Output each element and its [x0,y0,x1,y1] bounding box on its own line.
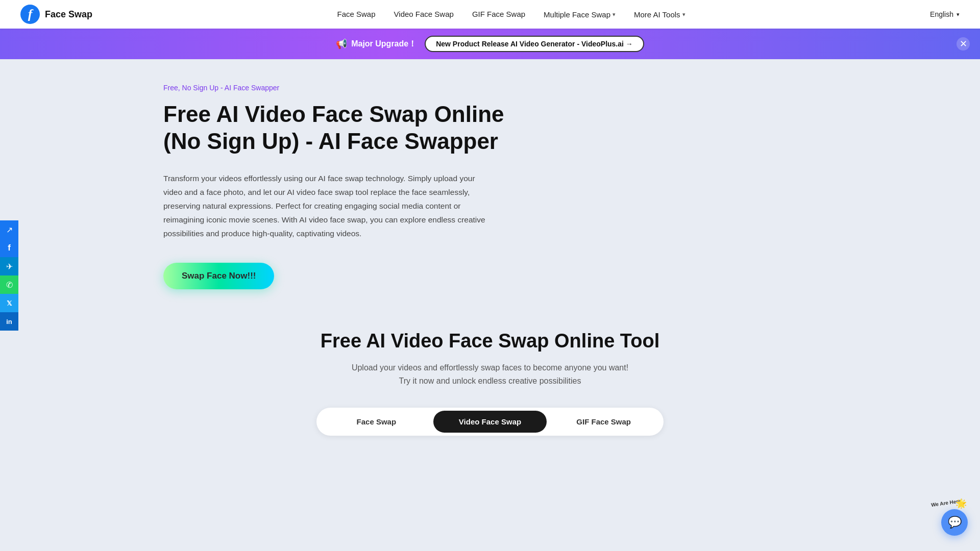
hero-title: Free AI Video Face Swap Online (No Sign … [163,101,510,155]
megaphone-icon: 📢 [336,38,347,49]
linkedin-button[interactable]: in [0,312,18,331]
chat-widget: We Are Here! 🌟 💬 [941,509,968,536]
tool-subtitle: Upload your videos and effortlessly swap… [347,361,633,387]
tab-video-face-swap[interactable]: Video Face Swap [433,411,547,433]
breadcrumb: Free, No Sign Up - AI Face Swapper [163,84,817,92]
nav-multiple-face-swap[interactable]: Multiple Face Swap ▾ [544,10,616,19]
tab-face-swap[interactable]: Face Swap [320,411,433,433]
social-sidebar: ↗ f ✈ ✆ 𝕏 in [0,220,18,331]
nav-face-swap[interactable]: Face Swap [337,10,376,18]
chat-icon: 💬 [948,516,962,529]
facebook-button[interactable]: f [0,239,18,257]
nav-links: Face Swap Video Face Swap GIF Face Swap … [337,10,685,19]
share-button[interactable]: ↗ [0,220,18,239]
site-logo[interactable]: f Face Swap [20,5,92,24]
chevron-down-icon: ▾ [612,11,616,18]
chat-open-button[interactable]: 💬 [941,509,968,536]
language-selector[interactable]: English ▾ [930,10,960,18]
tool-section: Free AI Video Face Swap Online Tool Uplo… [163,330,817,436]
logo-icon: f [20,5,40,24]
tool-title: Free AI Video Face Swap Online Tool [163,330,817,352]
language-chevron-icon: ▾ [957,11,960,18]
promo-banner: 📢 Major Upgrade！ New Product Release AI … [0,29,980,59]
cta-button[interactable]: Swap Face Now!!! [163,263,274,289]
tab-gif-face-swap[interactable]: GIF Face Swap [547,411,660,433]
chevron-down-icon: ▾ [682,11,685,18]
telegram-button[interactable]: ✈ [0,257,18,276]
logo-text: Face Swap [45,9,92,20]
hero-description: Transform your videos effortlessly using… [163,171,490,241]
nav-more-ai-tools[interactable]: More AI Tools ▾ [634,10,685,19]
banner-close-button[interactable]: ✕ [957,37,970,51]
nav-video-face-swap[interactable]: Video Face Swap [394,10,454,18]
twitter-button[interactable]: 𝕏 [0,294,18,312]
banner-label: 📢 Major Upgrade！ [336,38,416,49]
banner-cta-button[interactable]: New Product Release AI Video Generator -… [425,36,644,52]
tab-bar: Face Swap Video Face Swap GIF Face Swap [316,408,664,436]
main-content: Free, No Sign Up - AI Face Swapper Free … [133,59,847,456]
chat-emoji-icon: 🌟 [955,498,967,509]
nav-gif-face-swap[interactable]: GIF Face Swap [472,10,525,18]
navbar: f Face Swap Face Swap Video Face Swap GI… [0,0,980,29]
whatsapp-button[interactable]: ✆ [0,276,18,294]
